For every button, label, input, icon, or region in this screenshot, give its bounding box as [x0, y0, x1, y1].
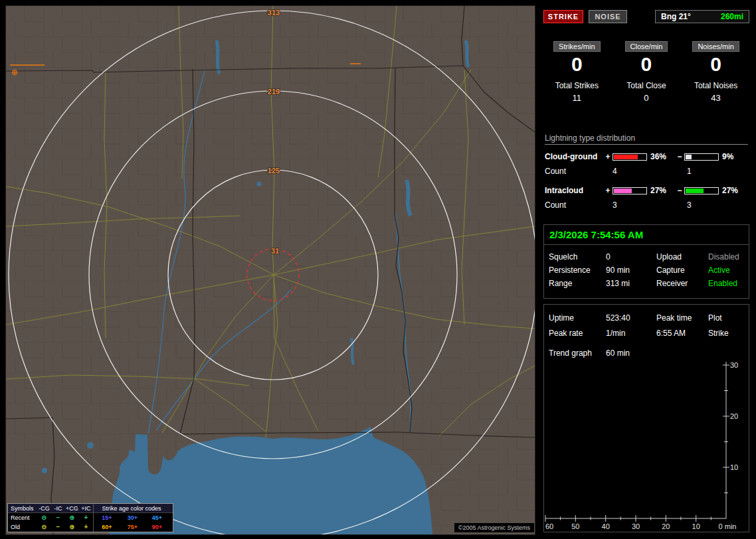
peak-time-value: 6:55 AM [656, 329, 708, 338]
mode-toolbar: STRIKE NOISE Bng 21° 260mi [543, 9, 749, 24]
strikes-per-min-label: Strikes/min [553, 41, 600, 52]
noises-per-min-label: Noises/min [692, 41, 739, 52]
cg-positive-bar-fill [614, 155, 638, 159]
ic-positive-bar [613, 187, 647, 194]
copyright-notice: ©2005 Astrogenic Systems [454, 523, 534, 532]
minus-sign: − [675, 152, 684, 161]
capture-value: Active [708, 266, 744, 275]
receiver-label: Receiver [656, 279, 708, 288]
plot-label: Plot [708, 313, 744, 323]
ic-negative-percent: 27% [719, 186, 743, 195]
age-15: 15+ [93, 513, 120, 522]
squelch-value: 0 [606, 252, 656, 262]
current-datetime: 2/3/2026 7:54:56 AM [544, 225, 749, 243]
trend-graph-window: 60 min [606, 348, 656, 358]
count-label: Count [545, 167, 603, 176]
age-90: 90+ [145, 522, 169, 532]
cloud-ground-label: Cloud-ground [545, 152, 603, 161]
intracloud-count-row: Count 3 3 [545, 198, 748, 212]
noises-column: Noises/min 0 Total Noises 43 [681, 40, 751, 103]
bearing-range-display: Bng 21° 260mi [655, 10, 749, 23]
squelch-label: Squelch [549, 252, 606, 262]
neg-cg-old-icon: ⊖ [37, 522, 51, 532]
x-tick-0min: 0 min [719, 522, 737, 530]
x-tick-50: 50 [571, 522, 579, 530]
trend-graph-label: Trend graph [549, 348, 606, 358]
receiver-value: Enabled [708, 279, 744, 288]
neg-ic-old-icon: − [51, 522, 65, 532]
distribution-title: Lightning type distribution [545, 133, 748, 145]
uptime-value: 523:40 [606, 313, 656, 323]
upload-label: Upload [656, 252, 708, 262]
y-tick-20: 20 [730, 412, 738, 420]
count-label: Count [545, 200, 603, 210]
plot-mode-value: Strike [708, 329, 744, 338]
range-label-31: 31 [271, 247, 279, 255]
ic-positive-percent: 27% [647, 186, 675, 195]
status-row: Persistence 90 min Capture Active [544, 264, 749, 277]
legend-col-neg-ic: -IC [51, 504, 65, 513]
peak-time-label: Peak time [656, 313, 708, 323]
pos-cg-recent-icon: ⊕ [65, 513, 79, 522]
age-75: 75+ [120, 522, 145, 532]
session-info-panel: Uptime 523:40 Peak time Plot Peak rate 1… [543, 304, 749, 532]
cg-negative-count: 1 [687, 167, 692, 176]
trend-graph: 30 20 10 60 50 40 30 20 10 0 min [544, 360, 749, 532]
age-30: 30+ [120, 513, 145, 522]
total-close-label: Total Close [612, 81, 682, 90]
range-setting-value: 313 mi [606, 279, 656, 288]
y-tick-10: 10 [730, 463, 738, 471]
minus-sign: − [675, 186, 684, 195]
pos-ic-recent-icon: + [79, 513, 93, 522]
legend-old-row: Old ⊖ − ⊕ + 60+ 75+ 90+ [8, 522, 173, 532]
legend-col-neg-cg: -CG [37, 504, 51, 513]
close-per-min-label: Close/min [625, 41, 668, 52]
ic-negative-count: 3 [687, 200, 692, 210]
map-canvas: 313 219 125 31 [6, 6, 535, 534]
legend-recent-row: Recent ⊖ − ⊕ + 15+ 30+ 45+ [8, 513, 173, 522]
strike-marker [12, 70, 17, 75]
total-close-value: 0 [612, 93, 682, 103]
range-label-125: 125 [268, 167, 280, 175]
legend-col-pos-cg: +CG [65, 504, 79, 513]
status-row: Range 313 mi Receiver Enabled [544, 277, 749, 290]
strikes-column: Strikes/min 0 Total Strikes 11 [542, 40, 612, 103]
age-60: 60+ [93, 522, 120, 532]
plus-sign: + [603, 152, 613, 161]
ic-positive-count: 3 [613, 200, 617, 210]
neg-ic-recent-icon: − [51, 513, 65, 522]
noise-mode-button[interactable]: NOISE [589, 10, 627, 23]
peak-rate-label: Peak rate [549, 329, 606, 338]
strikes-per-min-value: 0 [542, 53, 612, 76]
cg-negative-bar-fill [686, 155, 692, 159]
legend-header-row: Symbols -CG -IC +CG +IC Strike age color… [8, 504, 173, 513]
persistence-label: Persistence [549, 266, 606, 275]
map-legend: Symbols -CG -IC +CG +IC Strike age color… [7, 503, 173, 532]
plus-sign: + [603, 186, 613, 195]
strike-mode-button[interactable]: STRIKE [543, 10, 583, 23]
lightning-detector-app: 313 219 125 31 Symbols -CG -IC +CG +IC S… [0, 0, 756, 539]
ic-negative-bar [684, 187, 719, 194]
neg-cg-recent-icon: ⊖ [37, 513, 51, 522]
range-label-313: 313 [268, 9, 280, 17]
persistence-value: 90 min [606, 266, 656, 275]
bearing-value: Bng 21° [661, 12, 691, 21]
cloud-ground-count-row: Count 4 1 [545, 164, 748, 179]
cg-positive-bar [613, 153, 647, 161]
control-panel: STRIKE NOISE Bng 21° 260mi Strikes/min 0… [542, 5, 751, 535]
intracloud-label: Intracloud [545, 186, 603, 195]
upload-value: Disabled [708, 252, 744, 262]
weather-map[interactable]: 313 219 125 31 Symbols -CG -IC +CG +IC S… [5, 5, 535, 535]
x-tick-60: 60 [545, 522, 553, 530]
trend-graph-row: Trend graph 60 min [544, 345, 749, 360]
x-tick-40: 40 [602, 522, 610, 530]
capture-label: Capture [656, 266, 708, 275]
total-strikes-value: 11 [542, 93, 612, 103]
total-strikes-label: Total Strikes [542, 81, 612, 90]
x-tick-10: 10 [692, 522, 700, 530]
lightning-type-distribution: Lightning type distribution Cloud-ground… [545, 133, 748, 212]
close-column: Close/min 0 Total Close 0 [612, 40, 682, 103]
legend-old-label: Old [8, 522, 37, 532]
legend-recent-label: Recent [8, 513, 37, 522]
age-45: 45+ [145, 513, 169, 522]
